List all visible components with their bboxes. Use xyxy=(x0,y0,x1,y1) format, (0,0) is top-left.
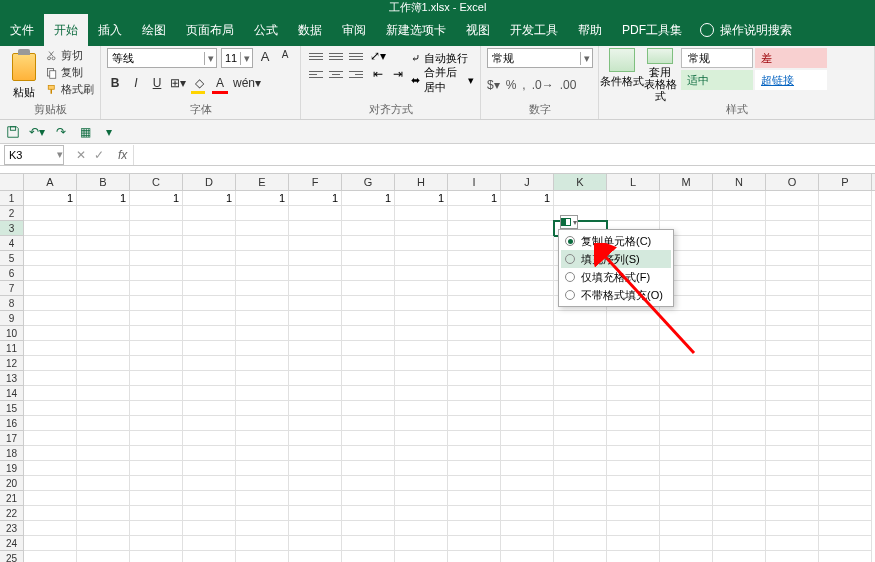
cell[interactable] xyxy=(448,446,501,461)
cell[interactable] xyxy=(660,506,713,521)
cell[interactable] xyxy=(554,431,607,446)
cell[interactable] xyxy=(819,191,872,206)
cell[interactable] xyxy=(713,461,766,476)
cell[interactable] xyxy=(24,431,77,446)
cell[interactable] xyxy=(501,266,554,281)
formula-input[interactable] xyxy=(133,145,875,165)
cell[interactable] xyxy=(236,356,289,371)
cell[interactable] xyxy=(289,491,342,506)
cell[interactable]: 1 xyxy=(236,191,289,206)
cell[interactable] xyxy=(554,491,607,506)
cell[interactable] xyxy=(819,476,872,491)
cell[interactable] xyxy=(183,521,236,536)
cell[interactable] xyxy=(24,341,77,356)
cell[interactable] xyxy=(448,536,501,551)
cell[interactable] xyxy=(554,326,607,341)
cell[interactable] xyxy=(766,251,819,266)
cell[interactable] xyxy=(713,296,766,311)
cell[interactable] xyxy=(130,236,183,251)
cell[interactable] xyxy=(607,476,660,491)
cell[interactable] xyxy=(713,266,766,281)
paste-button[interactable]: 粘贴 xyxy=(6,48,42,100)
cell[interactable] xyxy=(77,281,130,296)
cell[interactable] xyxy=(342,521,395,536)
cell[interactable] xyxy=(713,491,766,506)
column-header[interactable]: F xyxy=(289,174,342,190)
cell[interactable] xyxy=(713,236,766,251)
cell[interactable] xyxy=(342,356,395,371)
column-header[interactable]: J xyxy=(501,174,554,190)
cell[interactable] xyxy=(713,356,766,371)
cell[interactable] xyxy=(77,506,130,521)
cell[interactable] xyxy=(819,221,872,236)
cell[interactable] xyxy=(395,281,448,296)
cell[interactable] xyxy=(819,416,872,431)
row-header[interactable]: 23 xyxy=(0,521,24,536)
cell[interactable] xyxy=(607,341,660,356)
cell[interactable] xyxy=(554,311,607,326)
cell[interactable] xyxy=(819,506,872,521)
cell[interactable] xyxy=(713,386,766,401)
cell[interactable] xyxy=(501,476,554,491)
menu-copy-cells[interactable]: 复制单元格(C) xyxy=(561,232,671,250)
align-top-button[interactable] xyxy=(307,48,325,64)
cell[interactable] xyxy=(342,296,395,311)
row-header[interactable]: 22 xyxy=(0,506,24,521)
tell-me-search[interactable]: 操作说明搜索 xyxy=(700,22,792,39)
spreadsheet-grid[interactable]: ABCDEFGHIJKLMNOP 11111111111234567891011… xyxy=(0,174,875,562)
cell[interactable] xyxy=(77,251,130,266)
cell[interactable] xyxy=(395,521,448,536)
row-header[interactable]: 6 xyxy=(0,266,24,281)
cell[interactable] xyxy=(501,206,554,221)
cell[interactable] xyxy=(766,461,819,476)
cell[interactable]: 1 xyxy=(395,191,448,206)
cell[interactable] xyxy=(342,326,395,341)
cell[interactable] xyxy=(130,461,183,476)
cell[interactable] xyxy=(448,251,501,266)
cell[interactable] xyxy=(713,281,766,296)
cell[interactable] xyxy=(713,251,766,266)
cell[interactable]: 1 xyxy=(24,191,77,206)
cell[interactable] xyxy=(660,416,713,431)
cell[interactable] xyxy=(183,236,236,251)
cell[interactable] xyxy=(342,446,395,461)
cell[interactable] xyxy=(501,431,554,446)
cell[interactable] xyxy=(660,356,713,371)
tab-pdf[interactable]: PDF工具集 xyxy=(612,14,692,46)
cell[interactable] xyxy=(819,551,872,562)
cell[interactable] xyxy=(24,401,77,416)
cell[interactable] xyxy=(24,296,77,311)
cell[interactable] xyxy=(766,341,819,356)
cell[interactable] xyxy=(130,431,183,446)
cell[interactable] xyxy=(713,416,766,431)
cell[interactable] xyxy=(236,521,289,536)
cell[interactable] xyxy=(183,431,236,446)
bold-button[interactable]: B xyxy=(107,76,123,94)
cell[interactable] xyxy=(236,341,289,356)
cell[interactable] xyxy=(501,341,554,356)
row-header[interactable]: 24 xyxy=(0,536,24,551)
cell[interactable] xyxy=(448,236,501,251)
cell[interactable] xyxy=(501,521,554,536)
cell-style-bad[interactable]: 差 xyxy=(755,48,827,68)
cell[interactable] xyxy=(342,221,395,236)
cell[interactable] xyxy=(130,281,183,296)
cell[interactable] xyxy=(77,491,130,506)
cell[interactable] xyxy=(77,386,130,401)
cell[interactable] xyxy=(130,401,183,416)
cell[interactable] xyxy=(183,551,236,562)
cell[interactable] xyxy=(766,431,819,446)
undo-button[interactable]: ↶▾ xyxy=(28,123,46,141)
tab-file[interactable]: 文件 xyxy=(0,14,44,46)
cell[interactable] xyxy=(24,251,77,266)
column-header[interactable]: H xyxy=(395,174,448,190)
cell[interactable] xyxy=(766,536,819,551)
cell[interactable] xyxy=(554,476,607,491)
cell[interactable] xyxy=(660,431,713,446)
tab-dev[interactable]: 开发工具 xyxy=(500,14,568,46)
cell[interactable] xyxy=(395,446,448,461)
cell[interactable] xyxy=(24,326,77,341)
cell[interactable] xyxy=(183,401,236,416)
cell[interactable] xyxy=(501,356,554,371)
tab-view[interactable]: 视图 xyxy=(456,14,500,46)
